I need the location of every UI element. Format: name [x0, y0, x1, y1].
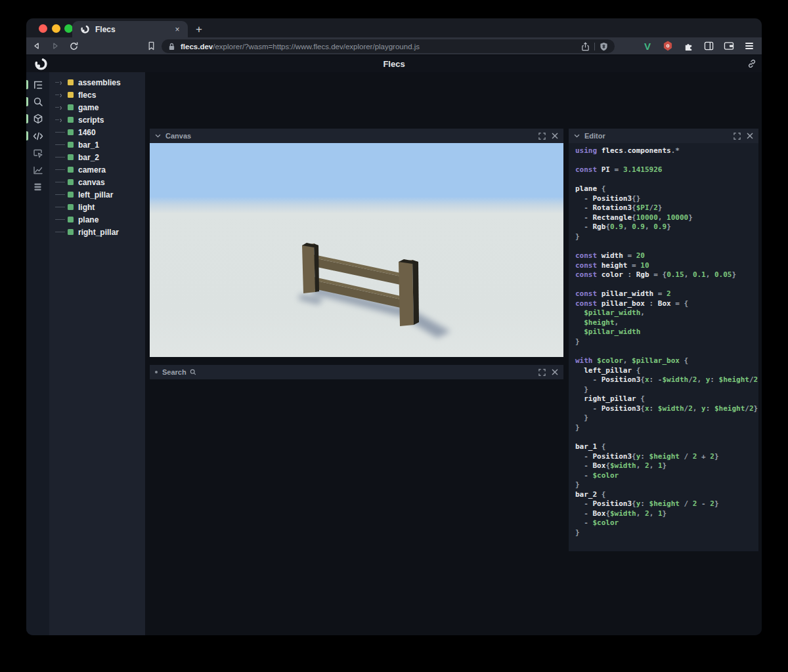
forward-icon[interactable]: [47, 39, 63, 53]
code-line: const pillar_box : Box = {: [575, 299, 758, 309]
stats-icon[interactable]: [26, 178, 49, 196]
brave-shield-icon[interactable]: [600, 42, 608, 51]
code-line: const PI = 3.1415926: [575, 165, 758, 175]
tree-item-game[interactable]: ›game: [49, 101, 145, 114]
tree-guide-line: [55, 157, 66, 158]
code-line: - Position3{y: $height / 2 + 2}: [575, 452, 758, 462]
fullscreen-icon[interactable]: [538, 369, 546, 376]
code-line: const color : Rgb = {0.15, 0.1, 0.05}: [575, 270, 758, 280]
tree-item-scripts[interactable]: ›scripts: [49, 114, 145, 126]
tree-item-plane[interactable]: plane: [49, 213, 145, 226]
inspect-icon[interactable]: [26, 144, 49, 161]
canvas-panel-header[interactable]: Canvas: [150, 129, 563, 143]
minimize-window-button[interactable]: [52, 24, 60, 33]
tree-item-label: bar_2: [78, 153, 99, 162]
tree-item-flecs[interactable]: ›flecs: [49, 89, 145, 101]
collapsed-indicator-icon[interactable]: [155, 371, 158, 373]
cube-icon[interactable]: [26, 110, 49, 127]
expand-chevron-icon[interactable]: ›: [55, 117, 66, 123]
flecs-favicon: [80, 24, 90, 34]
url-path: /explorer/?wasm=https://www.flecs.dev/ex…: [213, 43, 420, 51]
tree-icon[interactable]: [26, 76, 49, 93]
browser-window: Flecs × + flecs.dev/explor: [26, 18, 762, 635]
browser-tab[interactable]: Flecs ×: [72, 21, 188, 37]
search-panel-title: Search: [162, 368, 196, 376]
red-hexagon-extension-icon[interactable]: [661, 39, 675, 53]
new-tab-button[interactable]: +: [190, 21, 208, 37]
tree-item-bar_1[interactable]: bar_1: [49, 138, 145, 151]
code-line: $height,: [575, 318, 758, 328]
back-icon[interactable]: [29, 39, 45, 53]
url-bar[interactable]: flecs.dev/explorer/?wasm=https://www.fle…: [162, 39, 615, 53]
menu-icon[interactable]: [742, 39, 756, 53]
tree-item-right_pillar[interactable]: right_pillar: [49, 226, 145, 238]
entity-color-square: [68, 229, 74, 235]
code-line: [575, 175, 758, 185]
puzzle-extensions-icon[interactable]: [681, 39, 695, 53]
close-window-button[interactable]: [39, 24, 47, 33]
tab-close-icon[interactable]: ×: [172, 25, 183, 34]
canvas-panel: Canvas: [150, 129, 563, 357]
tree-item-assemblies[interactable]: ›assemblies: [49, 76, 145, 89]
code-line: - Position3{}: [575, 194, 758, 204]
entity-tree: ›assemblies›flecs›game›scripts1460bar_1b…: [49, 72, 145, 635]
icon-sidebar: [26, 72, 49, 635]
tree-item-1460[interactable]: 1460: [49, 126, 145, 138]
tab-strip: Flecs × +: [26, 18, 762, 37]
search-icon: [190, 369, 196, 375]
bookmark-icon[interactable]: [143, 39, 159, 53]
chrome-extension-icons: V: [640, 37, 756, 54]
search-icon[interactable]: [26, 93, 49, 110]
fullscreen-icon[interactable]: [538, 133, 546, 140]
code-line: }: [575, 232, 758, 242]
editor-panel-header[interactable]: Editor: [569, 129, 758, 143]
main-area: ›assemblies›flecs›game›scripts1460bar_1b…: [26, 72, 762, 635]
close-icon[interactable]: [552, 133, 558, 139]
chart-icon[interactable]: [26, 161, 49, 178]
search-panel-header[interactable]: Search: [150, 365, 563, 379]
chevron-down-icon[interactable]: [155, 134, 161, 138]
code-icon[interactable]: [26, 127, 49, 144]
expand-chevron-icon[interactable]: ›: [55, 79, 66, 86]
code-line: const width = 20: [575, 251, 758, 261]
code-line: with $color, $pillar_box {: [575, 356, 758, 366]
3d-viewport[interactable]: [150, 143, 563, 357]
editor-panel: Editor using flecs.components.*const PI …: [569, 129, 758, 551]
code-line: $pillar_width: [575, 327, 758, 337]
expand-chevron-icon[interactable]: ›: [55, 104, 66, 111]
entity-color-square: [68, 179, 74, 185]
code-line: const height = 10: [575, 261, 758, 271]
tree-guide-line: [55, 194, 66, 195]
code-line: left_pillar {: [575, 366, 758, 376]
code-line: }: [575, 337, 758, 347]
tree-item-canvas[interactable]: canvas: [49, 176, 145, 188]
code-line: [575, 156, 758, 166]
tree-item-camera[interactable]: camera: [49, 163, 145, 176]
reload-icon[interactable]: [66, 39, 81, 53]
link-icon[interactable]: [747, 59, 756, 68]
sidebar-icon[interactable]: [701, 39, 716, 53]
share-icon[interactable]: [581, 42, 590, 51]
expand-chevron-icon[interactable]: ›: [55, 92, 66, 98]
chevron-down-icon[interactable]: [574, 134, 580, 138]
close-icon[interactable]: [552, 369, 558, 375]
tree-item-bar_2[interactable]: bar_2: [49, 151, 145, 163]
entity-color-square: [68, 117, 74, 123]
code-editor[interactable]: using flecs.components.*const PI = 3.141…: [569, 143, 758, 551]
close-icon[interactable]: [747, 133, 753, 139]
code-line: - Position3{x: $width/2, y: $height/2}: [575, 404, 758, 414]
url-domain: flecs.dev: [181, 43, 213, 51]
wallet-icon[interactable]: [722, 39, 736, 53]
fullscreen-icon[interactable]: [733, 133, 741, 140]
code-line: - Position3{x: -$width/2, y: $height/2}: [575, 375, 758, 385]
entity-color-square: [68, 79, 74, 85]
tree-item-light[interactable]: light: [49, 201, 145, 213]
code-line: }: [575, 480, 758, 490]
tree-item-label: bar_1: [78, 140, 99, 150]
tree-guide-line: [55, 219, 66, 220]
vue-devtools-icon[interactable]: V: [640, 39, 655, 53]
entity-color-square: [68, 192, 74, 198]
tree-item-left_pillar[interactable]: left_pillar: [49, 188, 145, 201]
entity-color-square: [68, 204, 74, 210]
code-line: $pillar_width,: [575, 308, 758, 318]
